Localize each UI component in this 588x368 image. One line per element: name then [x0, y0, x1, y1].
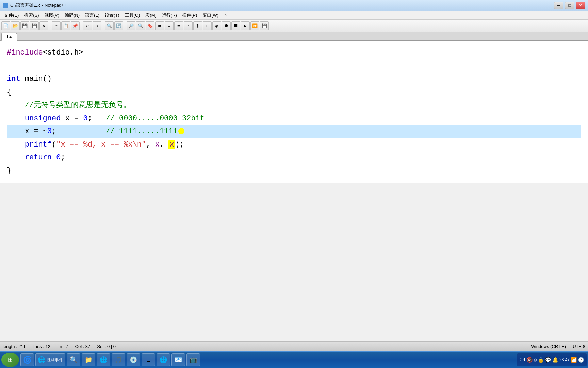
status-charset: UTF-8 — [573, 344, 585, 349]
app-icon — [3, 3, 8, 8]
taskbar-app-disc[interactable]: 💿 — [127, 353, 140, 366]
window-title: C:\语言基础\1.c - Notepad++ — [10, 2, 554, 9]
menu-plugins[interactable]: 插件(P) — [180, 12, 200, 19]
tab-bar: 1.c — [0, 32, 588, 41]
menu-run[interactable]: 运行(R) — [159, 12, 180, 19]
code-line-9: return 0; — [7, 151, 581, 165]
tb-saveall[interactable]: 💾 — [30, 21, 39, 30]
taskbar: ⊞ 🌀 🌐 胜利事件 🔍 📁 🌐 🎵 💿 ☁ 🌐 📧 📺 CH 🔇 ⚙ 🔒 💬 — [0, 351, 588, 368]
taskbar-tray: CH 🔇 ⚙ 🔒 💬 🔔 23:47 📶 🕐 — [517, 353, 587, 366]
tray-icon-6: 🔔 — [552, 357, 558, 363]
taskbar-app-tv[interactable]: 📺 — [186, 353, 200, 366]
tb-open[interactable]: 📂 — [11, 21, 20, 30]
menu-language[interactable]: 语言(L) — [82, 12, 102, 19]
status-length: length : 211 — [3, 344, 26, 349]
tb-redo[interactable]: ↪ — [93, 21, 101, 30]
tb-wordwrap[interactable]: ↵ — [165, 21, 174, 30]
tb-cut[interactable]: ✂ — [52, 21, 61, 30]
menu-file[interactable]: 文件(E) — [1, 12, 21, 19]
tb-fullscreen[interactable]: ⊞ — [203, 21, 212, 30]
tray-icon-5: 💬 — [545, 357, 551, 363]
tb-copy[interactable]: 📋 — [61, 21, 70, 30]
menu-settings[interactable]: 设置(T) — [102, 12, 122, 19]
tb-save[interactable]: 💾 — [20, 21, 29, 30]
tray-icon-4: 🔒 — [538, 357, 544, 363]
status-col: Col : 37 — [75, 344, 91, 349]
taskbar-app-event[interactable]: 🌐 胜利事件 — [35, 353, 65, 366]
tb-bookmark[interactable]: 🔖 — [146, 21, 154, 30]
taskbar-app-cloud[interactable]: ☁ — [142, 353, 155, 366]
menu-window[interactable]: 窗口(W) — [200, 12, 221, 19]
close-button[interactable]: ✕ — [576, 2, 585, 9]
minimize-button[interactable]: ─ — [554, 2, 564, 9]
tb-zoom-in[interactable]: 🔎 — [127, 21, 135, 30]
taskbar-app-explorer[interactable]: 📁 — [82, 353, 95, 366]
taskbar-app-label: 胜利事件 — [47, 357, 63, 363]
code-line-1: #include<stdio.h> — [7, 46, 581, 60]
status-sel: Sel : 0 | 0 — [97, 344, 116, 349]
tb-find[interactable]: 🔍 — [105, 21, 114, 30]
taskbar-app-mail[interactable]: 📧 — [172, 353, 185, 366]
code-line-2 — [7, 60, 581, 73]
menu-help[interactable]: ？ — [221, 12, 231, 19]
status-lines: lines : 12 — [33, 344, 50, 349]
code-line-4: { — [7, 86, 581, 99]
tray-icon-1: CH — [520, 357, 525, 363]
tray-icon-clock: 🕐 — [578, 357, 584, 363]
tb-record[interactable]: ⏺ — [222, 21, 231, 30]
status-encoding: Windows (CR LF) — [531, 344, 566, 349]
toolbar: 📄 📂 💾 💾 🖨 ✂ 📋 📌 ↩ ↪ 🔍 🔄 🔎 🔍 🔖 ⇄ ↵ ≡ · ¶ … — [0, 20, 588, 32]
tb-save-macro[interactable]: 💾 — [260, 21, 269, 30]
tb-stop[interactable]: ⏹ — [231, 21, 240, 30]
title-bar: C:\语言基础\1.c - Notepad++ ─ □ ✕ — [0, 0, 588, 11]
tray-icon-wifi: 📶 — [571, 357, 577, 363]
tray-icon-2: 🔇 — [527, 357, 533, 363]
tb-focus[interactable]: ◉ — [212, 21, 221, 30]
taskbar-app-chrome[interactable]: 🌐 — [157, 353, 170, 366]
tb-play[interactable]: ▶ — [241, 21, 250, 30]
tray-time: 23:47 — [559, 357, 570, 362]
code-line-3: int main() — [7, 73, 581, 86]
tb-lineend[interactable]: ¶ — [193, 21, 202, 30]
tb-replace[interactable]: 🔄 — [114, 21, 123, 30]
taskbar-app-search[interactable]: 🔍 — [67, 353, 80, 366]
status-ln: Ln : 7 — [57, 344, 68, 349]
tb-whitespace[interactable]: · — [184, 21, 193, 30]
menu-macro[interactable]: 宏(M) — [143, 12, 159, 19]
tb-print[interactable]: 🖨 — [39, 21, 48, 30]
tb-playall[interactable]: ⏩ — [250, 21, 259, 30]
start-button[interactable]: ⊞ — [1, 353, 19, 367]
code-line-8: printf("x == %d, x == %x\n", x, x); — [7, 138, 581, 152]
taskbar-app-music[interactable]: 🎵 — [112, 353, 125, 366]
maximize-button[interactable]: □ — [565, 2, 574, 9]
tray-icon-3: ⚙ — [534, 357, 537, 363]
tb-zoom-out[interactable]: 🔍 — [136, 21, 145, 30]
tb-paste[interactable]: 📌 — [71, 21, 80, 30]
tb-new[interactable]: 📄 — [1, 21, 10, 30]
menu-bar: 文件(E) 搜索(S) 视图(V) 编码(N) 语言(L) 设置(T) 工具(O… — [0, 11, 588, 20]
code-line-5: //无符号类型的意思是无负号。 — [7, 99, 581, 112]
tb-synchscroll[interactable]: ⇄ — [155, 21, 164, 30]
taskbar-app-windows[interactable]: 🌀 — [20, 353, 34, 366]
code-line-6: unsigned x = 0; // 0000.....0000 32bit — [7, 112, 581, 125]
code-editor[interactable]: #include<stdio.h> int main() { //无符号类型的意… — [0, 41, 588, 183]
tb-indent[interactable]: ≡ — [174, 21, 183, 30]
status-bar: length : 211 lines : 12 Ln : 7 Col : 37 … — [0, 341, 588, 351]
title-controls: ─ □ ✕ — [554, 2, 585, 9]
code-line-7: x = ~0; // 1111.....1111 — [7, 125, 581, 138]
code-line-10: } — [7, 165, 581, 178]
menu-view[interactable]: 视图(V) — [42, 12, 62, 19]
menu-tools[interactable]: 工具(O) — [122, 12, 143, 19]
tb-undo[interactable]: ↩ — [83, 21, 92, 30]
menu-encode[interactable]: 编码(N) — [62, 12, 82, 19]
tab-1c[interactable]: 1.c — [1, 33, 17, 41]
taskbar-app-ie[interactable]: 🌐 — [97, 353, 110, 366]
menu-search[interactable]: 搜索(S) — [21, 12, 42, 19]
